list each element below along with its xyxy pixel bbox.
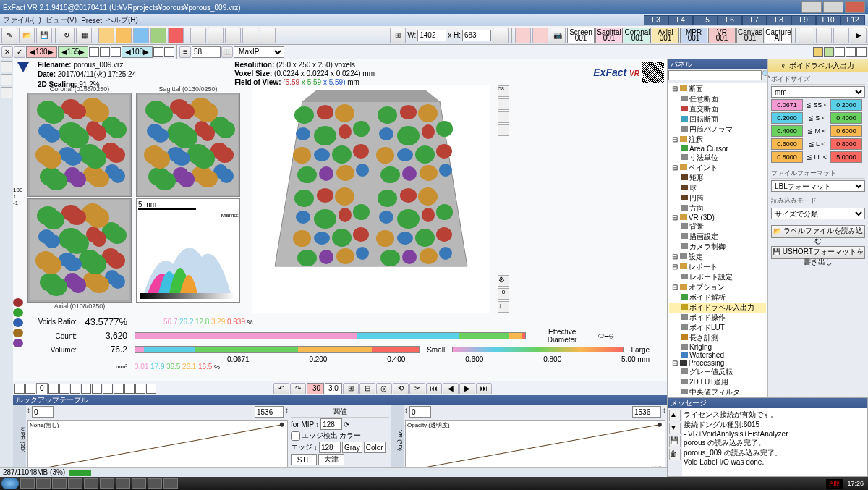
bc-c2[interactable] <box>124 384 135 394</box>
fkey-f3[interactable]: F3 <box>644 15 668 25</box>
tree-node[interactable]: Kriging <box>669 343 766 351</box>
apply-dim-icon[interactable] <box>493 28 509 43</box>
panel-vr[interactable]: VR001 <box>708 28 736 43</box>
panel-canvas[interactable]: Canvas001 <box>736 28 764 43</box>
tree-node[interactable]: 円筒 <box>669 193 766 203</box>
rot-r-icon[interactable]: ↷ <box>290 383 306 394</box>
nav4-icon[interactable]: ⟲ <box>393 383 409 394</box>
preset2-icon[interactable] <box>116 28 132 43</box>
nav3-icon[interactable]: ◎ <box>376 383 392 394</box>
tree-node[interactable]: ボイド操作 <box>669 313 766 323</box>
tb-app4[interactable] <box>68 478 82 489</box>
tree-node[interactable]: ⊟ Processing <box>669 359 766 367</box>
size-threshold-row[interactable]: 0.4000≦ M <0.6000 <box>771 125 865 137</box>
tree-node[interactable]: グレー値反転 <box>669 367 766 377</box>
bc-r[interactable] <box>48 384 59 394</box>
vr-gear-icon[interactable]: ⚙ <box>498 275 509 287</box>
tree-node[interactable]: ⊟ レポート <box>669 262 766 272</box>
lt1-icon[interactable] <box>1 61 12 72</box>
slab-icon[interactable]: ≡ <box>179 46 191 58</box>
panel-sagittal[interactable]: Sagittal001 <box>595 28 623 43</box>
nav9-icon[interactable]: ⏭ <box>476 383 492 394</box>
menu-file[interactable]: ファイル(F) <box>3 15 41 25</box>
dim-h-input[interactable] <box>462 30 491 41</box>
close-button[interactable] <box>845 1 865 13</box>
msg-dn-icon[interactable]: ▼ <box>669 423 681 434</box>
camera-icon[interactable]: 📷 <box>550 28 566 43</box>
reload-icon[interactable]: ↻ <box>59 28 75 43</box>
thickness-input[interactable] <box>192 46 221 58</box>
tool-c-icon[interactable] <box>225 28 241 43</box>
vr-side-tab[interactable]: VR (3D) <box>391 405 404 475</box>
nav7-icon[interactable]: ◀ <box>443 383 459 394</box>
tool-d-icon[interactable] <box>242 28 258 43</box>
tree-node[interactable]: 円筒パノラマ <box>669 124 766 135</box>
bc-w2[interactable] <box>103 384 113 394</box>
bc-g[interactable] <box>70 384 80 394</box>
tb-app6[interactable] <box>100 478 114 489</box>
bc-w3[interactable] <box>135 384 145 394</box>
panel-axial[interactable]: Axial001 <box>652 28 679 43</box>
mip-mode-select[interactable]: MaxIP <box>234 46 284 58</box>
bc-w4[interactable] <box>146 384 156 394</box>
tree-node[interactable]: ボイド解析 <box>669 292 766 303</box>
sq3[interactable] <box>111 47 121 57</box>
tree-node[interactable]: 球 <box>669 183 766 193</box>
tool-a-icon[interactable] <box>190 28 206 43</box>
misc2-icon[interactable] <box>816 28 832 43</box>
color-button[interactable]: Color <box>364 442 386 453</box>
tree-node[interactable]: 背景 <box>669 221 766 232</box>
bc-g2[interactable] <box>81 384 91 394</box>
tree-node[interactable]: 2D LUT適用 <box>669 377 766 387</box>
nav2-icon[interactable]: ⊟ <box>359 383 375 394</box>
fkey-f9[interactable]: F9 <box>791 15 816 25</box>
tool-e-icon[interactable] <box>260 28 276 43</box>
sq1[interactable] <box>89 47 99 57</box>
fkey-f4[interactable]: F4 <box>668 15 693 25</box>
mpr-side-tab[interactable]: MPR (2D) <box>13 405 26 475</box>
bc-spin[interactable]: 0 <box>36 383 48 394</box>
blob-swatch-3[interactable] <box>13 329 23 337</box>
msg-clear-icon[interactable]: 🗑 <box>669 449 681 460</box>
sq5[interactable] <box>164 47 174 57</box>
memo-view[interactable]: 5 mm Memo: <box>136 198 240 303</box>
fkey-f10[interactable]: F10 <box>816 15 841 25</box>
unit-select[interactable]: mm <box>771 86 865 98</box>
tree-node[interactable]: ボイドLUT <box>669 323 766 333</box>
tree-node[interactable]: ⊟ ペイント <box>669 163 766 173</box>
vrsq4[interactable] <box>846 47 856 57</box>
tb-app5[interactable] <box>84 478 98 489</box>
dim-w-input[interactable] <box>417 30 446 41</box>
misc3-icon[interactable] <box>833 28 849 43</box>
lt2-icon[interactable] <box>1 74 12 85</box>
menu-view[interactable]: ビュー(V) <box>46 15 77 25</box>
edge-thresh[interactable] <box>319 442 341 453</box>
bc-w1[interactable] <box>92 384 102 394</box>
vr-t3-icon[interactable] <box>498 111 509 123</box>
panel-screen[interactable]: Screen001 <box>567 28 595 43</box>
blob-swatch-1[interactable] <box>13 308 23 317</box>
label-g[interactable]: ◀155▶ <box>58 46 89 58</box>
vr-lut-min[interactable] <box>409 406 431 418</box>
misc1-icon[interactable] <box>799 28 814 43</box>
tb-app7[interactable] <box>116 478 130 489</box>
size-threshold-row[interactable]: 0.8000≦ LL <5.0000 <box>771 151 865 163</box>
bc-r2[interactable] <box>59 384 69 394</box>
tree-node[interactable]: カメラ制御 <box>669 242 766 252</box>
tb-app10[interactable] <box>163 478 178 489</box>
panel-capture[interactable]: CaptureAll <box>765 28 792 43</box>
start-button[interactable] <box>1 478 19 489</box>
size-threshold-row[interactable]: 0.0671≦ SS <0.2000 <box>771 99 865 111</box>
msg-up-icon[interactable]: ▲ <box>669 410 681 421</box>
tree-node[interactable]: 長さ計測 <box>669 333 766 343</box>
write-ushort-button[interactable]: 💾 USHORTフォーマットを書き出し <box>771 246 865 259</box>
blob-swatch-2[interactable] <box>13 318 23 327</box>
book-icon[interactable]: 📖 <box>221 46 233 58</box>
fkey-f7[interactable]: F7 <box>742 15 767 25</box>
angle-box[interactable]: -30 <box>307 383 324 394</box>
lut-min-input[interactable] <box>32 406 54 418</box>
tb-app9[interactable] <box>148 478 162 489</box>
blob-swatch-4[interactable] <box>13 339 23 347</box>
tb-app2[interactable] <box>36 478 51 489</box>
preset5-icon[interactable] <box>168 28 184 43</box>
